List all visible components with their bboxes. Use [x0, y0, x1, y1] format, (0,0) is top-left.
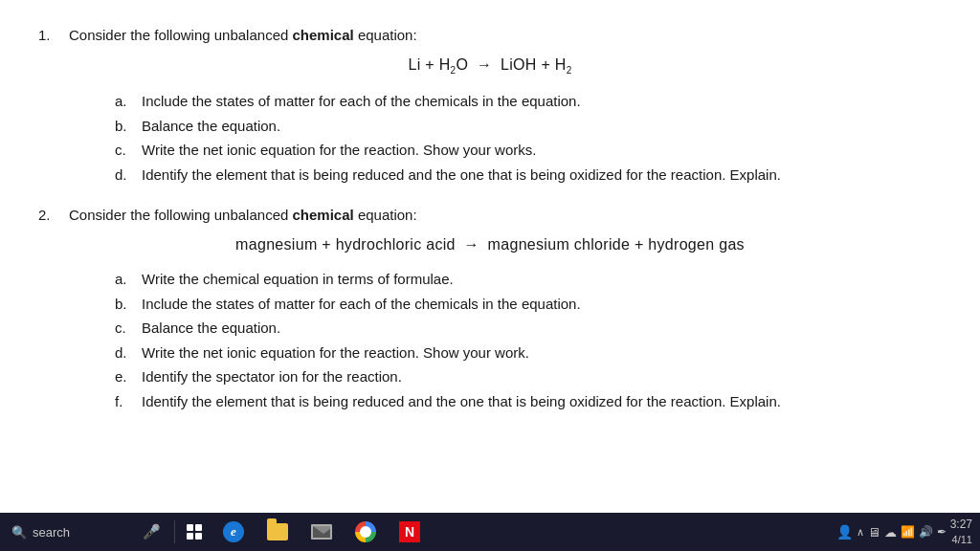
question-2-text: Consider the following unbalanced chemic… — [69, 207, 417, 223]
chevron-up-icon[interactable]: ∧ — [857, 526, 864, 539]
internet-explorer-button[interactable]: e — [212, 513, 256, 551]
windows-taskview-button[interactable] — [177, 513, 212, 551]
win-cell-3 — [187, 533, 193, 540]
question-2-bold: chemical — [293, 207, 354, 223]
list-item: b. Include the states of matter for each… — [115, 294, 942, 316]
sub-label-d1: d. — [115, 165, 132, 187]
sub-text-a1: Include the states of matter for each of… — [142, 91, 581, 113]
netflix-icon: N — [399, 521, 420, 542]
list-item: d. Identify the element that is being re… — [115, 165, 942, 187]
sub-label-b2: b. — [115, 294, 132, 316]
question-2-number: 2. — [38, 207, 57, 223]
search-icon: 🔍 — [11, 525, 27, 540]
sub-label-a2: a. — [115, 269, 132, 291]
list-item: a. Include the states of matter for each… — [115, 91, 942, 113]
taskbar-time[interactable]: 3:27 4/11 — [950, 518, 972, 546]
cloud-icon: ☁ — [884, 525, 897, 540]
file-explorer-button[interactable] — [256, 513, 300, 551]
sub-text-b2: Include the states of matter for each of… — [142, 294, 581, 316]
search-label: search — [33, 525, 70, 540]
question-1-sub-items: a. Include the states of matter for each… — [115, 91, 942, 186]
taskbar-apps: e N — [212, 513, 836, 551]
sub-text-a2: Write the chemical equation in terms of … — [142, 269, 454, 291]
volume-icon[interactable]: 🔊 — [919, 525, 933, 539]
sub-label-b1: b. — [115, 116, 132, 138]
sub-label-d2: d. — [115, 342, 132, 364]
sub-text-b1: Balance the equation. — [142, 116, 280, 138]
sub-label-f2: f. — [115, 391, 132, 413]
question-1-equation: Li + H2O → LiOH + H2 — [38, 56, 942, 76]
question-2-equation: magnesium + hydrochloric acid → magnesiu… — [38, 236, 942, 253]
folder-icon — [267, 523, 288, 540]
people-icon: 👤 — [836, 524, 853, 540]
question-1: 1. Consider the following unbalanced che… — [38, 27, 942, 186]
taskbar-search[interactable]: 🔍 search 🎤 — [0, 513, 172, 551]
win-cell-1 — [187, 524, 193, 531]
list-item: e. Identify the spectator ion for the re… — [115, 366, 942, 388]
win-cell-4 — [195, 533, 202, 540]
clock-time: 3:27 — [950, 518, 972, 533]
content-area: 1. Consider the following unbalanced che… — [0, 0, 980, 513]
google-icon — [355, 521, 376, 542]
google-inner — [360, 526, 371, 538]
question-1-bold: chemical — [293, 27, 354, 43]
list-item: d. Write the net ionic equation for the … — [115, 342, 942, 364]
question-1-title: 1. Consider the following unbalanced che… — [38, 27, 942, 43]
list-item: a. Write the chemical equation in terms … — [115, 269, 942, 291]
list-item: c. Write the net ionic equation for the … — [115, 140, 942, 162]
microphone-icon: 🎤 — [143, 523, 161, 540]
taskbar-divider — [174, 520, 175, 543]
mail-flap — [313, 526, 332, 534]
sub-text-e2: Identify the spectator ion for the react… — [142, 366, 402, 388]
sub-label-c1: c. — [115, 140, 132, 162]
sub-text-c1: Write the net ionic equation for the rea… — [142, 140, 536, 162]
sub-text-f2: Identify the element that is being reduc… — [142, 391, 781, 413]
question-2-sub-items: a. Write the chemical equation in terms … — [115, 269, 942, 412]
netflix-button[interactable]: N — [388, 513, 432, 551]
win-cell-2 — [195, 524, 202, 531]
question-2-title: 2. Consider the following unbalanced che… — [38, 207, 942, 223]
sub-label-c2: c. — [115, 318, 132, 340]
list-item: f. Identify the element that is being re… — [115, 391, 942, 413]
list-item: b. Balance the equation. — [115, 116, 942, 138]
ie-icon: e — [223, 521, 244, 542]
question-2: 2. Consider the following unbalanced che… — [38, 207, 942, 412]
network-icon: 🖥 — [868, 525, 880, 540]
sub-text-d1: Identify the element that is being reduc… — [142, 165, 781, 187]
question-1-number: 1. — [38, 27, 57, 43]
windows-grid-icon — [187, 524, 202, 540]
clock-date: 4/11 — [950, 533, 972, 546]
sub-text-d2: Write the net ionic equation for the rea… — [142, 342, 529, 364]
taskbar: 🔍 search 🎤 e — [0, 513, 980, 551]
wifi-icon: 📶 — [901, 525, 915, 539]
taskbar-right: 👤 ∧ 🖥 ☁ 📶 🔊 ✒ 3:27 4/11 — [836, 513, 980, 551]
google-button[interactable] — [344, 513, 388, 551]
question-1-text: Consider the following unbalanced chemic… — [69, 27, 417, 43]
sub-label-e2: e. — [115, 366, 132, 388]
pen-icon: ✒ — [937, 525, 947, 539]
list-item: c. Balance the equation. — [115, 318, 942, 340]
mail-button[interactable] — [300, 513, 344, 551]
sub-text-c2: Balance the equation. — [142, 318, 280, 340]
mail-icon — [311, 524, 332, 540]
sub-label-a1: a. — [115, 91, 132, 113]
